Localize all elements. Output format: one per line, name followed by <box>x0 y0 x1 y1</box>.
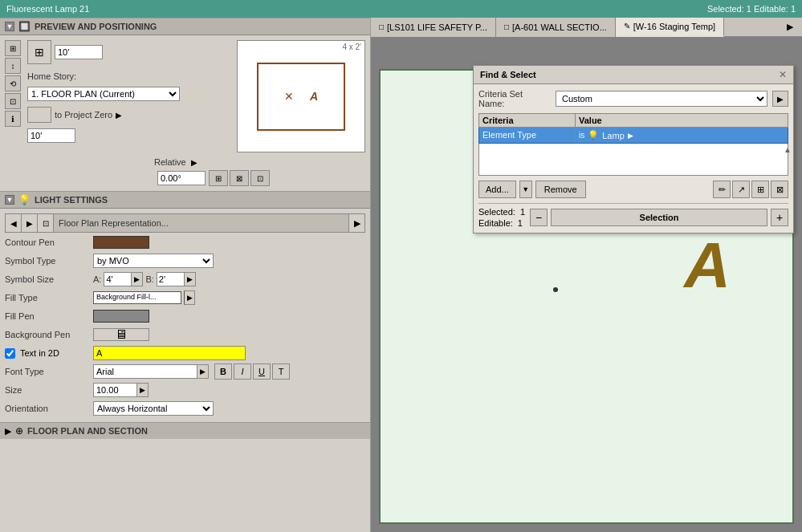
fill-type-preview[interactable]: Background Fill-l... <box>93 291 181 304</box>
sym-b-label: B: <box>145 274 153 284</box>
light-collapse-btn[interactable]: ▼ <box>5 195 14 205</box>
tab-w16-label: [W-16 Staging Temp] <box>633 22 715 31</box>
home-story-label: Home Story: <box>27 71 76 81</box>
find-select-close-btn[interactable]: ✕ <box>779 69 787 80</box>
contour-pen-value <box>93 236 365 249</box>
sym-b-arrow[interactable]: ▶ <box>185 272 196 286</box>
italic-btn[interactable]: I <box>234 363 251 380</box>
add-btn[interactable]: Add... <box>478 181 516 198</box>
tab-bar: □ [LS101 LIFE SAFETY P... □ [A-601 WALL … <box>371 18 802 37</box>
symbol-type-select[interactable]: by MVO <box>93 254 214 268</box>
fill-pen-value <box>93 310 365 323</box>
text-in-2d-input[interactable] <box>93 346 246 360</box>
preview-section-header[interactable]: ▼ 🔲 PREVIEW AND POSITIONING <box>0 18 370 35</box>
criteria-row-arrow: ▶ <box>628 132 633 140</box>
window-title: Fluorescent Lamp 21 <box>6 4 89 14</box>
find-select-panel: Find & Select ✕ Criteria Set Name: Custo… <box>473 65 794 234</box>
criteria-value-text: Lamp <box>602 131 625 140</box>
tab-ls101[interactable]: □ [LS101 LIFE SAFETY P... <box>371 18 496 37</box>
contour-pen-label: Contour Pen <box>5 238 93 247</box>
home-story-select-row: 1. FLOOR PLAN (Current) <box>27 87 232 101</box>
height-input[interactable] <box>55 45 103 59</box>
tab-more-btn[interactable]: ▶ <box>778 18 802 37</box>
sym-b-input[interactable] <box>157 272 185 286</box>
canvas-a-letter: A <box>684 229 731 303</box>
text-in-2d-row: Text in 2D <box>5 345 365 361</box>
fill-pen-swatch[interactable] <box>93 310 149 323</box>
selected-info-row: Selected: 1 <box>478 207 525 217</box>
tab-w16-icon: ✎ <box>624 22 630 30</box>
sym-a-arrow[interactable]: ▶ <box>132 272 143 286</box>
criteria-set-arrow-btn[interactable]: ▶ <box>772 91 788 107</box>
criteria-selected-row[interactable]: Element Type is 💡 Lamp ▶ ▲ <box>478 128 788 144</box>
size-input[interactable] <box>93 383 137 397</box>
zero-input[interactable] <box>27 128 75 143</box>
bold-btn[interactable]: B <box>214 363 232 380</box>
angle-input[interactable] <box>157 171 206 185</box>
title-bar: Fluorescent Lamp 21 Selected: 1 Editable… <box>0 0 802 18</box>
floor-plan-section-header[interactable]: ▶ ⊕ FLOOR PLAN AND SECTION <box>0 422 370 439</box>
icon-btn-group: ✏ ↗ ⊞ ⊠ <box>713 181 788 198</box>
sel-info: Selected: 1 Editable: 1 <box>478 207 525 228</box>
zero-label: to Project Zero <box>55 110 112 120</box>
tab-a601[interactable]: □ [A-601 WALL SECTIO... <box>496 18 616 37</box>
light-section-header[interactable]: ▼ 💡 LIGHT SETTINGS <box>0 191 370 209</box>
preview-collapse-btn[interactable]: ▼ <box>5 22 14 31</box>
font-type-arrow[interactable]: ▶ <box>197 364 209 379</box>
floor-plan-collapse-btn[interactable]: ▶ <box>5 426 11 437</box>
fp-next-btn[interactable]: ▶ <box>22 214 38 232</box>
fill-pen-label: Fill Pen <box>5 311 93 321</box>
fill-type-arrow[interactable]: ▶ <box>184 290 195 305</box>
text-in-2d-checkbox[interactable] <box>5 348 15 359</box>
selection-minus-btn[interactable]: − <box>530 209 548 226</box>
preview-section: ⊞ ↕ ⟲ ⊡ ℹ ⊞ Home Story: <box>0 35 370 191</box>
square-icon-btn[interactable]: ⊞ <box>751 181 769 198</box>
home-story-row: Home Story: <box>27 71 232 81</box>
light-settings-section: ◀ ▶ ⊡ Floor Plan Representation... ▶ Con… <box>0 209 370 422</box>
background-pen-swatch[interactable]: 🖥 <box>93 328 149 341</box>
symbol-size-row: Symbol Size A: ▶ B: ▶ <box>5 271 365 287</box>
toolbar-icon-btn-1[interactable]: ⊞ <box>5 40 21 56</box>
toolbar-icon-btn-3[interactable]: ⟲ <box>5 75 21 91</box>
side-toolbar: ⊞ ↕ ⟲ ⊡ ℹ <box>5 40 22 152</box>
snap-btn-2[interactable]: ⊠ <box>230 170 249 186</box>
snap-btn-3[interactable]: ⊡ <box>250 170 270 186</box>
selected-label: Selected: <box>478 207 515 217</box>
snap-btn-1[interactable]: ⊞ <box>209 170 228 186</box>
tab-w16[interactable]: ✎ [W-16 Staging Temp] <box>616 18 724 37</box>
preview-bottom-toolbar: ⊞ ⊠ ⊡ <box>5 170 365 186</box>
font-type-label: Font Type <box>5 367 93 376</box>
criteria-set-name-select[interactable]: Custom <box>556 91 767 107</box>
find-select-header: Find & Select ✕ <box>474 66 793 84</box>
sym-a-input[interactable] <box>104 272 132 286</box>
contour-pen-swatch[interactable] <box>93 236 149 249</box>
fp-expand-btn[interactable]: ▶ <box>348 214 364 232</box>
expand-icon-btn[interactable]: ⊠ <box>771 181 788 198</box>
fill-pen-row: Fill Pen <box>5 308 365 324</box>
text-in-2d-label-group: Text in 2D <box>5 348 93 359</box>
preview-x-icon: ✕ <box>284 90 294 103</box>
criteria-empty-area <box>478 144 788 176</box>
criteria-operator-label: is <box>579 131 584 140</box>
home-story-select[interactable]: 1. FLOOR PLAN (Current) <box>27 87 180 101</box>
fp-icon-btn[interactable]: ⊡ <box>38 214 54 232</box>
right-panel: □ [LS101 LIFE SAFETY P... □ [A-601 WALL … <box>371 18 802 532</box>
add-dropdown-btn[interactable]: ▼ <box>519 181 532 198</box>
toolbar-icon-btn-5[interactable]: ℹ <box>5 111 21 127</box>
toolbar-icon-btn-4[interactable]: ⊡ <box>5 93 21 109</box>
arrow-icon-btn[interactable]: ↗ <box>732 181 750 198</box>
fp-prev-btn[interactable]: ◀ <box>6 214 22 232</box>
font-type-input[interactable] <box>93 364 197 379</box>
orientation-select[interactable]: Always Horizontal <box>93 401 214 416</box>
remove-btn[interactable]: Remove <box>535 181 586 198</box>
strikethrough-btn[interactable]: T <box>272 363 290 380</box>
sym-a-field: ▶ <box>104 272 143 286</box>
preview-rect: ✕ A <box>257 63 345 131</box>
size-arrow[interactable]: ▶ <box>137 383 149 397</box>
symbol-type-row: Symbol Type by MVO <box>5 253 365 269</box>
toolbar-icon-btn-2[interactable]: ↕ <box>5 58 21 74</box>
pencil-icon-btn[interactable]: ✏ <box>713 181 731 198</box>
selection-plus-btn[interactable]: + <box>771 209 788 226</box>
contour-pen-row: Contour Pen <box>5 234 365 250</box>
underline-btn[interactable]: U <box>253 363 271 380</box>
